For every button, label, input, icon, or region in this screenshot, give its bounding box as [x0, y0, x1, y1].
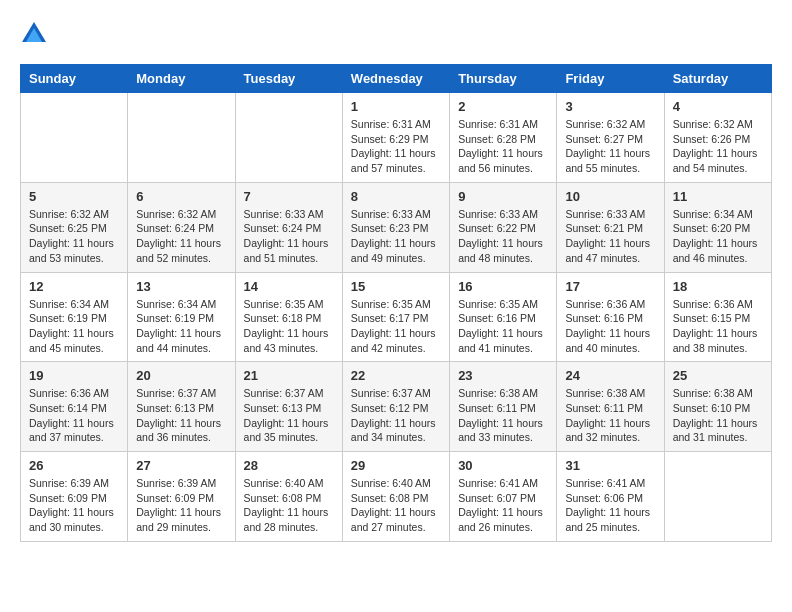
- calendar-day-header: Friday: [557, 65, 664, 93]
- day-info: Sunrise: 6:34 AMSunset: 6:19 PMDaylight:…: [136, 297, 226, 356]
- calendar-cell: 12Sunrise: 6:34 AMSunset: 6:19 PMDayligh…: [21, 272, 128, 362]
- day-info: Sunrise: 6:41 AMSunset: 6:06 PMDaylight:…: [565, 476, 655, 535]
- day-number: 29: [351, 458, 441, 473]
- calendar-cell: 3Sunrise: 6:32 AMSunset: 6:27 PMDaylight…: [557, 93, 664, 183]
- calendar-cell: [235, 93, 342, 183]
- day-info: Sunrise: 6:32 AMSunset: 6:26 PMDaylight:…: [673, 117, 763, 176]
- calendar-week-row: 19Sunrise: 6:36 AMSunset: 6:14 PMDayligh…: [21, 362, 772, 452]
- day-info: Sunrise: 6:40 AMSunset: 6:08 PMDaylight:…: [351, 476, 441, 535]
- day-number: 18: [673, 279, 763, 294]
- day-info: Sunrise: 6:37 AMSunset: 6:13 PMDaylight:…: [136, 386, 226, 445]
- day-info: Sunrise: 6:38 AMSunset: 6:11 PMDaylight:…: [458, 386, 548, 445]
- calendar-cell: 13Sunrise: 6:34 AMSunset: 6:19 PMDayligh…: [128, 272, 235, 362]
- day-info: Sunrise: 6:33 AMSunset: 6:24 PMDaylight:…: [244, 207, 334, 266]
- day-info: Sunrise: 6:33 AMSunset: 6:21 PMDaylight:…: [565, 207, 655, 266]
- calendar-day-header: Thursday: [450, 65, 557, 93]
- day-number: 23: [458, 368, 548, 383]
- day-number: 31: [565, 458, 655, 473]
- calendar-cell: 5Sunrise: 6:32 AMSunset: 6:25 PMDaylight…: [21, 182, 128, 272]
- day-info: Sunrise: 6:32 AMSunset: 6:25 PMDaylight:…: [29, 207, 119, 266]
- day-number: 12: [29, 279, 119, 294]
- calendar-cell: 28Sunrise: 6:40 AMSunset: 6:08 PMDayligh…: [235, 452, 342, 542]
- day-info: Sunrise: 6:33 AMSunset: 6:22 PMDaylight:…: [458, 207, 548, 266]
- calendar-week-row: 12Sunrise: 6:34 AMSunset: 6:19 PMDayligh…: [21, 272, 772, 362]
- calendar-table: SundayMondayTuesdayWednesdayThursdayFrid…: [20, 64, 772, 542]
- day-number: 21: [244, 368, 334, 383]
- day-number: 30: [458, 458, 548, 473]
- day-info: Sunrise: 6:34 AMSunset: 6:20 PMDaylight:…: [673, 207, 763, 266]
- calendar-cell: 7Sunrise: 6:33 AMSunset: 6:24 PMDaylight…: [235, 182, 342, 272]
- calendar-cell: 10Sunrise: 6:33 AMSunset: 6:21 PMDayligh…: [557, 182, 664, 272]
- day-info: Sunrise: 6:36 AMSunset: 6:16 PMDaylight:…: [565, 297, 655, 356]
- page-header: [20, 20, 772, 48]
- day-number: 16: [458, 279, 548, 294]
- calendar-cell: [664, 452, 771, 542]
- calendar-cell: 21Sunrise: 6:37 AMSunset: 6:13 PMDayligh…: [235, 362, 342, 452]
- calendar-cell: [21, 93, 128, 183]
- calendar-week-row: 5Sunrise: 6:32 AMSunset: 6:25 PMDaylight…: [21, 182, 772, 272]
- calendar-cell: 16Sunrise: 6:35 AMSunset: 6:16 PMDayligh…: [450, 272, 557, 362]
- day-number: 4: [673, 99, 763, 114]
- day-number: 13: [136, 279, 226, 294]
- day-info: Sunrise: 6:35 AMSunset: 6:18 PMDaylight:…: [244, 297, 334, 356]
- calendar-cell: 23Sunrise: 6:38 AMSunset: 6:11 PMDayligh…: [450, 362, 557, 452]
- calendar-cell: 30Sunrise: 6:41 AMSunset: 6:07 PMDayligh…: [450, 452, 557, 542]
- calendar-day-header: Wednesday: [342, 65, 449, 93]
- day-info: Sunrise: 6:31 AMSunset: 6:29 PMDaylight:…: [351, 117, 441, 176]
- day-info: Sunrise: 6:38 AMSunset: 6:11 PMDaylight:…: [565, 386, 655, 445]
- day-number: 28: [244, 458, 334, 473]
- calendar-cell: 22Sunrise: 6:37 AMSunset: 6:12 PMDayligh…: [342, 362, 449, 452]
- day-number: 1: [351, 99, 441, 114]
- calendar-cell: 27Sunrise: 6:39 AMSunset: 6:09 PMDayligh…: [128, 452, 235, 542]
- calendar-cell: 25Sunrise: 6:38 AMSunset: 6:10 PMDayligh…: [664, 362, 771, 452]
- calendar-cell: 4Sunrise: 6:32 AMSunset: 6:26 PMDaylight…: [664, 93, 771, 183]
- calendar-cell: 6Sunrise: 6:32 AMSunset: 6:24 PMDaylight…: [128, 182, 235, 272]
- day-number: 8: [351, 189, 441, 204]
- day-info: Sunrise: 6:33 AMSunset: 6:23 PMDaylight:…: [351, 207, 441, 266]
- day-info: Sunrise: 6:39 AMSunset: 6:09 PMDaylight:…: [136, 476, 226, 535]
- logo-icon: [20, 20, 48, 48]
- calendar-day-header: Tuesday: [235, 65, 342, 93]
- calendar-cell: 11Sunrise: 6:34 AMSunset: 6:20 PMDayligh…: [664, 182, 771, 272]
- calendar-cell: 20Sunrise: 6:37 AMSunset: 6:13 PMDayligh…: [128, 362, 235, 452]
- day-number: 26: [29, 458, 119, 473]
- calendar-header-row: SundayMondayTuesdayWednesdayThursdayFrid…: [21, 65, 772, 93]
- day-info: Sunrise: 6:37 AMSunset: 6:13 PMDaylight:…: [244, 386, 334, 445]
- day-number: 27: [136, 458, 226, 473]
- day-info: Sunrise: 6:36 AMSunset: 6:14 PMDaylight:…: [29, 386, 119, 445]
- day-info: Sunrise: 6:41 AMSunset: 6:07 PMDaylight:…: [458, 476, 548, 535]
- day-info: Sunrise: 6:40 AMSunset: 6:08 PMDaylight:…: [244, 476, 334, 535]
- calendar-cell: 24Sunrise: 6:38 AMSunset: 6:11 PMDayligh…: [557, 362, 664, 452]
- calendar-cell: 14Sunrise: 6:35 AMSunset: 6:18 PMDayligh…: [235, 272, 342, 362]
- day-number: 6: [136, 189, 226, 204]
- day-number: 20: [136, 368, 226, 383]
- calendar-cell: 19Sunrise: 6:36 AMSunset: 6:14 PMDayligh…: [21, 362, 128, 452]
- calendar-day-header: Monday: [128, 65, 235, 93]
- day-number: 15: [351, 279, 441, 294]
- day-number: 24: [565, 368, 655, 383]
- calendar-day-header: Sunday: [21, 65, 128, 93]
- calendar-cell: 31Sunrise: 6:41 AMSunset: 6:06 PMDayligh…: [557, 452, 664, 542]
- day-info: Sunrise: 6:35 AMSunset: 6:17 PMDaylight:…: [351, 297, 441, 356]
- day-info: Sunrise: 6:39 AMSunset: 6:09 PMDaylight:…: [29, 476, 119, 535]
- day-info: Sunrise: 6:37 AMSunset: 6:12 PMDaylight:…: [351, 386, 441, 445]
- calendar-cell: 18Sunrise: 6:36 AMSunset: 6:15 PMDayligh…: [664, 272, 771, 362]
- day-info: Sunrise: 6:31 AMSunset: 6:28 PMDaylight:…: [458, 117, 548, 176]
- day-info: Sunrise: 6:32 AMSunset: 6:24 PMDaylight:…: [136, 207, 226, 266]
- calendar-week-row: 26Sunrise: 6:39 AMSunset: 6:09 PMDayligh…: [21, 452, 772, 542]
- calendar-cell: [128, 93, 235, 183]
- day-number: 11: [673, 189, 763, 204]
- calendar-cell: 8Sunrise: 6:33 AMSunset: 6:23 PMDaylight…: [342, 182, 449, 272]
- day-info: Sunrise: 6:35 AMSunset: 6:16 PMDaylight:…: [458, 297, 548, 356]
- day-number: 25: [673, 368, 763, 383]
- calendar-cell: 29Sunrise: 6:40 AMSunset: 6:08 PMDayligh…: [342, 452, 449, 542]
- day-number: 5: [29, 189, 119, 204]
- day-number: 19: [29, 368, 119, 383]
- calendar-cell: 26Sunrise: 6:39 AMSunset: 6:09 PMDayligh…: [21, 452, 128, 542]
- day-info: Sunrise: 6:34 AMSunset: 6:19 PMDaylight:…: [29, 297, 119, 356]
- day-number: 3: [565, 99, 655, 114]
- logo: [20, 20, 52, 48]
- day-number: 22: [351, 368, 441, 383]
- day-number: 10: [565, 189, 655, 204]
- day-info: Sunrise: 6:36 AMSunset: 6:15 PMDaylight:…: [673, 297, 763, 356]
